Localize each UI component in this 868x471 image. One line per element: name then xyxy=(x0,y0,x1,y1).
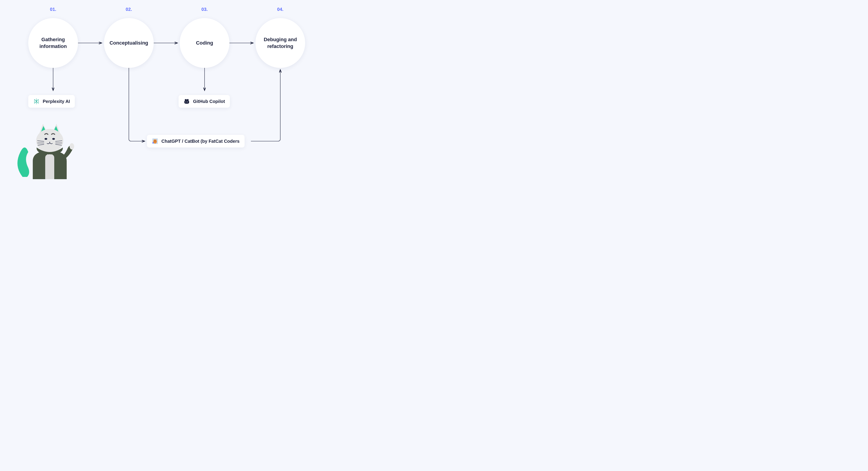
arrow-1-2 xyxy=(78,41,104,45)
step-circle-2: Conceptualising xyxy=(104,18,154,68)
svg-point-8 xyxy=(187,101,188,102)
tool-label-perplexity: Perplexity AI xyxy=(43,99,70,104)
step-label-1: Gathering information xyxy=(33,36,73,50)
step-circle-1: Gathering information xyxy=(28,18,78,68)
step-number-1: 01. xyxy=(44,7,62,12)
mascot-cat xyxy=(16,120,84,179)
diagram-canvas: 01. 02. 03. 04. Gathering information Co… xyxy=(0,0,335,179)
svg-point-12 xyxy=(156,141,156,141)
svg-line-25 xyxy=(52,154,53,161)
tool-card-chatgpt: ChatGPT / CatBot (by FatCat Coders xyxy=(147,135,245,147)
arrow-3-4 xyxy=(229,41,255,45)
svg-point-10 xyxy=(153,140,157,144)
step-label-2: Conceptualising xyxy=(110,39,148,47)
step-number-3: 03. xyxy=(195,7,214,12)
step-circle-3: Coding xyxy=(180,18,229,68)
tool-card-perplexity: Perplexity AI xyxy=(28,95,75,108)
step-circle-4: Debuging and refactoring xyxy=(255,18,305,68)
tool-label-chatgpt: ChatGPT / CatBot (by FatCat Coders xyxy=(161,139,240,144)
svg-point-15 xyxy=(36,129,63,152)
svg-point-16 xyxy=(44,138,47,140)
arrow-elbow-2-chatgpt xyxy=(127,68,147,147)
svg-point-11 xyxy=(154,141,155,141)
step-number-2: 02. xyxy=(120,7,138,12)
arrow-down-1 xyxy=(51,68,55,93)
tool-label-copilot: GitHub Copilot xyxy=(193,99,225,104)
arrow-down-3 xyxy=(202,68,207,93)
step-label-3: Coding xyxy=(196,39,213,47)
catbot-icon xyxy=(152,138,158,144)
svg-point-7 xyxy=(186,101,186,102)
svg-line-24 xyxy=(47,154,48,161)
arrow-elbow-chatgpt-4 xyxy=(251,68,285,147)
perplexity-icon xyxy=(33,98,39,105)
svg-point-14 xyxy=(70,143,74,150)
step-number-4: 04. xyxy=(271,7,289,12)
tool-card-copilot: GitHub Copilot xyxy=(179,95,230,108)
svg-point-17 xyxy=(52,138,55,140)
arrow-2-3 xyxy=(154,41,180,45)
svg-point-13 xyxy=(153,142,154,143)
copilot-icon xyxy=(184,98,190,105)
step-label-4: Debuging and refactoring xyxy=(260,36,301,50)
